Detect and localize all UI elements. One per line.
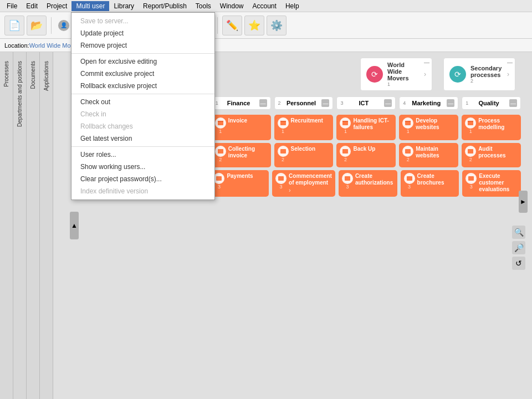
menu-help[interactable]: Help bbox=[281, 1, 304, 11]
svg-rect-25 bbox=[345, 176, 350, 181]
card-id-create-auth: 3 bbox=[346, 184, 349, 190]
card-payments[interactable]: 3 Payments bbox=[210, 170, 269, 197]
menu-remove-project[interactable]: Remove project bbox=[71, 39, 214, 52]
menu-user-roles[interactable]: User roles... bbox=[71, 149, 214, 161]
card-body-collecting: Collecting invoice bbox=[228, 146, 268, 159]
menu-window[interactable]: Window bbox=[216, 1, 248, 11]
new-button[interactable]: 📄 bbox=[4, 16, 24, 35]
sidebar-departments[interactable]: Departments and positions bbox=[13, 52, 27, 399]
location-label: Location: bbox=[4, 42, 29, 49]
sidebar-applications-label: Applications bbox=[43, 58, 49, 94]
card-backup[interactable]: 2 Back Up bbox=[336, 143, 396, 167]
card-body-recruitment: Recruitment bbox=[291, 117, 330, 124]
menu-edit[interactable]: Edit bbox=[22, 1, 42, 11]
card-develop-websites[interactable]: 1 Develop websites bbox=[399, 115, 458, 140]
card-icon-commencement bbox=[275, 173, 287, 184]
star-button[interactable]: ⭐ bbox=[244, 16, 264, 35]
card-body-develop: Develop websites bbox=[416, 117, 455, 131]
card-id-develop: 1 bbox=[407, 129, 410, 134]
card-label-brochures: Create brochures bbox=[417, 173, 456, 186]
menu-multiuser[interactable]: Multi user bbox=[71, 1, 109, 11]
col-collapse-ict[interactable]: — bbox=[384, 99, 392, 107]
card-invoice[interactable]: 1 Invoice bbox=[212, 115, 271, 140]
menu-account[interactable]: Account bbox=[248, 1, 281, 11]
card-id-collecting: 2 bbox=[219, 157, 222, 162]
scroll-up-btn[interactable]: ▲ bbox=[70, 212, 79, 239]
menu-show-working-users[interactable]: Show working users... bbox=[71, 161, 214, 173]
scroll-right-btn[interactable]: ► bbox=[519, 191, 528, 213]
secondary-id: 2 bbox=[470, 78, 503, 84]
card-ict-failures[interactable]: 1 Handling ICT-failures bbox=[336, 115, 396, 140]
menu-checkin[interactable]: Check in bbox=[71, 108, 214, 120]
card-selection[interactable]: 2 Selection bbox=[274, 143, 334, 167]
card-create-auth[interactable]: 3 Create authorizations bbox=[339, 170, 397, 197]
wwm-chevron: › bbox=[424, 70, 426, 78]
card-id-ict: 1 bbox=[344, 129, 347, 134]
col-collapse-finance[interactable]: — bbox=[259, 99, 267, 107]
wwm-label: World Wide Movers bbox=[387, 62, 420, 81]
col-num-ict: 3 bbox=[340, 100, 343, 106]
edit-button[interactable]: ✏️ bbox=[222, 16, 242, 35]
card-id-payments: 3 bbox=[218, 184, 221, 190]
card-audit-processes[interactable]: 2 Audit processes bbox=[462, 143, 521, 167]
open-button[interactable]: 📂 bbox=[27, 16, 47, 35]
menu-index-definitive[interactable]: Index definitive version bbox=[71, 185, 214, 197]
commencement-chevron: › bbox=[289, 187, 291, 193]
menu-update-project[interactable]: Update project bbox=[71, 27, 214, 39]
svg-rect-27 bbox=[468, 176, 474, 181]
col-num-quality: 1 bbox=[466, 100, 468, 106]
sidebar-departments-label: Departments and positions bbox=[17, 58, 23, 130]
card-commencement[interactable]: 3 Commencement of employment › bbox=[272, 170, 335, 197]
secondary-collapse[interactable]: — bbox=[507, 59, 513, 65]
col-collapse-marketing[interactable]: — bbox=[447, 99, 454, 107]
menu-rollback-exclusive[interactable]: Rollback exclusive project bbox=[71, 80, 214, 92]
menu-library[interactable]: Library bbox=[109, 1, 139, 11]
card-maintain-websites[interactable]: 2 Maintain websites bbox=[399, 143, 458, 167]
card-label-commencement: Commencement of employment bbox=[289, 173, 332, 186]
col-header-personnel: 2 Personnel — bbox=[274, 96, 334, 110]
card-body-customer: Execute customer evaluations bbox=[479, 173, 518, 193]
card-recruitment[interactable]: 1 Recruitment bbox=[274, 115, 334, 140]
wwm-id: 1 bbox=[387, 81, 420, 87]
card-id-brochures: 3 bbox=[408, 184, 411, 190]
menu-tools[interactable]: Tools bbox=[191, 1, 216, 11]
menu-file[interactable]: File bbox=[2, 1, 22, 11]
card-label-backup: Back Up bbox=[353, 146, 392, 152]
sidebar-processes[interactable]: Processes bbox=[0, 52, 13, 399]
refresh-btn[interactable]: ↺ bbox=[512, 257, 525, 270]
menu-clear-passwords[interactable]: Clear project password(s)... bbox=[71, 173, 214, 185]
card-process-modelling[interactable]: 1 Process modelling bbox=[462, 115, 521, 140]
col-collapse-quality[interactable]: — bbox=[509, 99, 517, 107]
zoom-in-btn[interactable]: 🔍 bbox=[512, 226, 525, 239]
card-label-selection: Selection bbox=[291, 146, 330, 152]
menu-get-latest[interactable]: Get latest version bbox=[71, 132, 214, 145]
card-create-brochures[interactable]: 3 Create brochures bbox=[401, 170, 459, 197]
card-icon-recruitment bbox=[278, 117, 289, 129]
menu-project[interactable]: Project bbox=[42, 1, 71, 11]
card-collecting-invoice[interactable]: 2 Collecting invoice bbox=[212, 143, 271, 167]
wwm-icon: ⟳ bbox=[366, 66, 383, 83]
menu-rollback-changes[interactable]: Rollback changes bbox=[71, 120, 214, 132]
top-process-secondary[interactable]: ⟳ Secondary processes 2 — › bbox=[443, 58, 515, 91]
card-execute-customer[interactable]: 3 Execute customer evaluations bbox=[462, 170, 521, 197]
zoom-out-btn[interactable]: 🔎 bbox=[512, 241, 525, 254]
card-body-brochures: Create brochures bbox=[417, 173, 456, 186]
card-body-maintain: Maintain websites bbox=[416, 146, 455, 159]
settings-button[interactable]: ⚙️ bbox=[267, 16, 287, 35]
col-collapse-personnel[interactable]: — bbox=[321, 99, 329, 107]
sidebar-documents[interactable]: Documents bbox=[27, 52, 40, 399]
menu-open-exclusive[interactable]: Open for exclusive editing bbox=[71, 55, 214, 68]
menu-checkout[interactable]: Check out bbox=[71, 96, 214, 108]
menu-save-to-server[interactable]: Save to server... bbox=[71, 15, 214, 27]
wwm-collapse[interactable]: — bbox=[424, 59, 429, 65]
col-num-personnel: 2 bbox=[278, 100, 281, 106]
svg-rect-11 bbox=[405, 121, 411, 122]
top-process-wwm[interactable]: ⟳ World Wide Movers 1 — › bbox=[360, 58, 432, 91]
divider-3 bbox=[71, 146, 214, 147]
card-label-modelling: Process modelling bbox=[478, 117, 518, 131]
multiuser-dropdown: Save to server... Update project Remove … bbox=[71, 12, 215, 200]
menu-report[interactable]: Report/Publish bbox=[139, 1, 191, 11]
sidebar-applications[interactable]: Applications bbox=[40, 52, 53, 399]
svg-rect-23 bbox=[216, 176, 222, 181]
menu-commit-exclusive[interactable]: Commit exclusive project bbox=[71, 68, 214, 80]
